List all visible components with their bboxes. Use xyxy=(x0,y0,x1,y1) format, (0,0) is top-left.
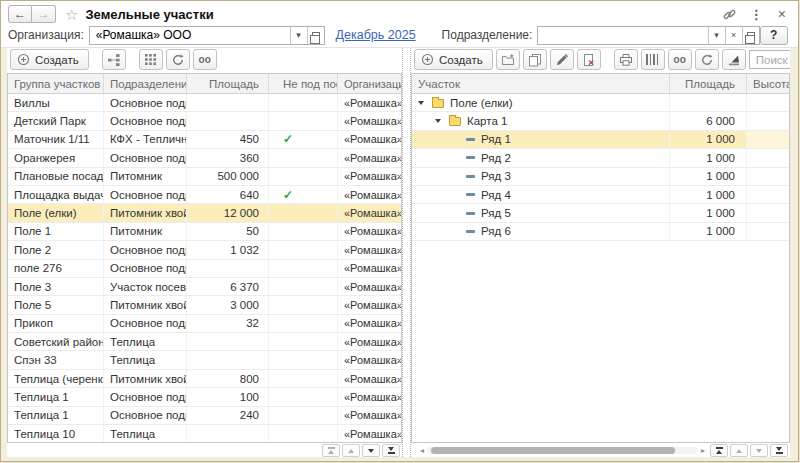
plots-panel: Создать oo xyxy=(411,48,790,457)
land-group-row[interactable]: Советский районТеплица«Ромашка» ООО xyxy=(8,333,401,351)
organization-open-button[interactable] xyxy=(307,27,324,44)
plot-label: Ряд 3 xyxy=(481,170,511,182)
cell-organization: «Ромашка» ООО xyxy=(338,407,401,424)
period-link[interactable]: Декабрь 2025 xyxy=(336,28,416,42)
create-button[interactable]: Создать xyxy=(10,49,89,70)
favorite-star-icon[interactable]: ☆ xyxy=(65,7,78,22)
land-group-row[interactable]: Маточник 1/11КФХ - Тепличны...450✓«Ромаш… xyxy=(8,131,401,149)
prev-row-button[interactable] xyxy=(342,444,360,457)
more-menu-icon[interactable]: ⋮ xyxy=(744,7,769,22)
land-group-row[interactable]: Поле (елки)Питомник хвойные12 000«Ромашк… xyxy=(8,204,401,222)
refresh-button[interactable] xyxy=(166,49,190,70)
cell-group: Детский Парк xyxy=(8,112,104,129)
land-group-row[interactable]: поле 276Основное подра...«Ромашка» ООО xyxy=(8,260,401,278)
department-dropdown-button[interactable]: ▾ xyxy=(708,27,725,44)
cell-group: Виллы xyxy=(8,94,104,111)
copy-link-icon[interactable] xyxy=(722,7,737,22)
search-input[interactable] xyxy=(750,51,790,68)
land-group-row[interactable]: Спэн 33Теплица«Ромашка» ООО xyxy=(8,351,401,369)
land-group-row[interactable]: ВиллыОсновное подра...«Ромашка» ООО xyxy=(8,94,401,112)
column-header[interactable]: Группа участков xyxy=(8,74,104,93)
expand-toggle[interactable] xyxy=(435,119,449,123)
column-header[interactable]: Площадь xyxy=(670,74,747,93)
land-group-row[interactable]: Плановые посадкиПитомник500 000«Ромашка»… xyxy=(8,168,401,186)
plot-tree-row[interactable]: Ряд 41 000 xyxy=(412,186,789,204)
scroll-right-button[interactable]: ▸ xyxy=(701,447,705,455)
plot-tree-row[interactable]: Поле (елки) xyxy=(412,94,789,112)
oo-button[interactable]: oo xyxy=(668,49,692,70)
cell-organization: «Ромашка» ООО xyxy=(338,425,401,442)
columns-grid-button[interactable] xyxy=(139,49,163,70)
column-header[interactable]: Площадь xyxy=(187,74,269,93)
column-header[interactable]: Организация xyxy=(338,74,401,93)
organization-value: «Ромашка» ООО xyxy=(90,28,290,42)
left-table-header: Группа участковПодразделениеПлощадьНе по… xyxy=(8,74,401,94)
plot-tree-row[interactable]: Карта 16 000 xyxy=(412,112,789,130)
last-row-button[interactable] xyxy=(382,444,400,457)
cell-area: 6 000 xyxy=(670,112,747,129)
hierarchy-view-button[interactable] xyxy=(102,49,126,70)
cell-height xyxy=(747,112,789,129)
oo-button[interactable]: oo xyxy=(193,49,217,70)
help-button[interactable]: ? xyxy=(760,26,788,45)
plot-tree-row[interactable]: Ряд 21 000 xyxy=(412,149,789,167)
plot-tree-row[interactable]: Ряд 31 000 xyxy=(412,168,789,186)
last-row-button[interactable] xyxy=(770,444,788,457)
refresh-button[interactable] xyxy=(695,49,719,70)
next-row-button[interactable] xyxy=(750,444,768,457)
create-group-button[interactable] xyxy=(496,49,520,70)
column-header[interactable]: Подразделение xyxy=(104,74,187,93)
next-row-button[interactable] xyxy=(362,444,380,457)
organization-combobox[interactable]: «Ромашка» ООО ▾ xyxy=(89,26,325,45)
plot-tree-row[interactable]: Ряд 61 000 xyxy=(412,223,789,241)
page-title: Земельные участки xyxy=(85,7,213,22)
create-button-label: Создать xyxy=(35,54,79,66)
land-group-row[interactable]: Поле 3Участок посева6 370«Ромашка» ООО xyxy=(8,278,401,296)
land-group-row[interactable]: Поле 1Питомник50«Ромашка» ООО xyxy=(8,223,401,241)
stamp-button[interactable] xyxy=(722,49,746,70)
print-button[interactable] xyxy=(614,49,638,70)
copy-button[interactable] xyxy=(523,49,547,70)
department-combobox[interactable]: ▾ × xyxy=(537,26,759,45)
forward-button[interactable]: → xyxy=(32,5,56,23)
scroll-left-button[interactable]: ◂ xyxy=(420,447,424,455)
create-button[interactable]: Создать xyxy=(414,49,493,70)
land-group-row[interactable]: ПрикопОсновное подра...32«Ромашка» ООО xyxy=(8,315,401,333)
barcode-button[interactable] xyxy=(641,49,665,70)
close-button[interactable]: × xyxy=(776,6,788,22)
land-group-row[interactable]: Детский ПаркОсновное подра...«Ромашка» О… xyxy=(8,112,401,130)
prev-row-button[interactable] xyxy=(730,444,748,457)
expand-toggle[interactable] xyxy=(418,101,432,105)
land-group-row[interactable]: Теплица (черенки)Питомник хвойные800«Ром… xyxy=(8,370,401,388)
cell-area: 1 032 xyxy=(187,241,269,258)
first-row-button[interactable] xyxy=(710,444,728,457)
cell-organization: «Ромашка» ООО xyxy=(338,168,401,185)
delete-mark-button[interactable] xyxy=(577,49,601,70)
department-clear-button[interactable]: × xyxy=(725,27,742,44)
land-group-row[interactable]: Теплица 10Теплица«Ромашка» ООО xyxy=(8,425,401,442)
land-group-row[interactable]: Теплица 1Основное подра...240«Ромашка» О… xyxy=(8,407,401,425)
land-group-row[interactable]: Площадка выдачиОсновное подра...640✓«Ром… xyxy=(8,186,401,204)
cell-area: 50 xyxy=(187,223,269,240)
column-header[interactable]: Участок xyxy=(412,74,670,93)
plot-tree-row[interactable]: Ряд 11 000 xyxy=(412,131,789,149)
column-header[interactable]: Не под посадку xyxy=(269,74,338,93)
cell-group: Поле 3 xyxy=(8,278,104,295)
plot-tree-row[interactable]: Ряд 51 000 xyxy=(412,204,789,222)
edit-button[interactable] xyxy=(550,49,574,70)
back-button[interactable]: ← xyxy=(8,5,32,23)
column-header[interactable]: Высота в ст xyxy=(747,74,789,93)
land-group-row[interactable]: Теплица 1Основное подра...100«Ромашка» О… xyxy=(8,388,401,406)
scrollbar-track[interactable] xyxy=(427,447,698,454)
land-group-row[interactable]: ОранжереяОсновное подра...360«Ромашка» О… xyxy=(8,149,401,167)
scrollbar-thumb[interactable] xyxy=(431,447,675,454)
cell-organization: «Ромашка» ООО xyxy=(338,315,401,332)
organization-dropdown-button[interactable]: ▾ xyxy=(290,27,307,44)
land-group-row[interactable]: Поле 2Основное подра...1 032«Ромашка» ОО… xyxy=(8,241,401,259)
create-plus-icon xyxy=(17,53,30,66)
cell-group: Теплица 1 xyxy=(8,407,104,424)
first-row-button[interactable] xyxy=(322,444,340,457)
land-group-row[interactable]: Поле 5Питомник хвойные3 000«Ромашка» ООО xyxy=(8,296,401,314)
department-open-button[interactable] xyxy=(742,27,759,44)
panel-splitter[interactable] xyxy=(402,48,411,457)
